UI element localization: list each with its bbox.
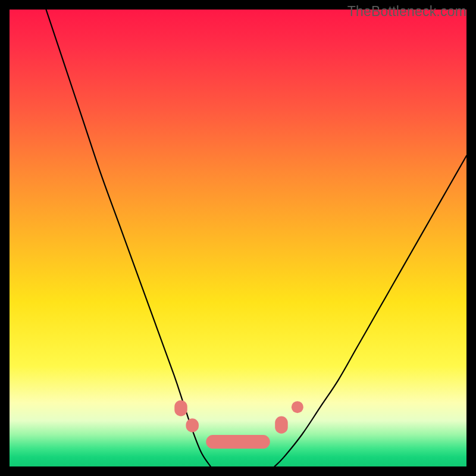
- curve-right-curve: [274, 156, 466, 466]
- marker-1: [186, 418, 199, 432]
- marker-3: [275, 416, 288, 434]
- watermark-text: TheBottleneck.com: [347, 4, 466, 20]
- curve-layer: [46, 10, 466, 466]
- marker-0: [174, 400, 187, 416]
- marker-4: [292, 401, 303, 413]
- marker-layer: [174, 400, 303, 449]
- bottleneck-chart: [10, 10, 466, 466]
- marker-2: [206, 435, 270, 449]
- curve-left-curve: [46, 10, 210, 466]
